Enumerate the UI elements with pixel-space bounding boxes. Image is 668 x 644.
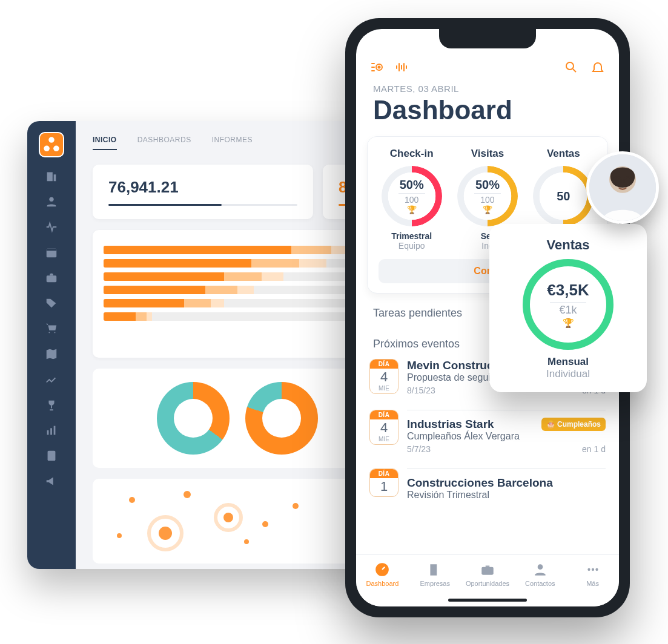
event-title: Industrias Stark xyxy=(407,418,494,431)
event-date: 8/15/23 xyxy=(407,386,435,395)
kpi-gauge: 50% 100🏆 xyxy=(382,166,442,226)
svg-rect-15 xyxy=(481,567,494,575)
tab-label: Oportunidades xyxy=(466,580,509,587)
kpi-period: Trimestral xyxy=(376,231,447,241)
tab-inicio[interactable]: INICIO xyxy=(93,136,117,150)
tracking-icon[interactable] xyxy=(369,59,385,75)
event-title: Construcciones Barcelona xyxy=(407,476,553,490)
popover-scope: Individual xyxy=(501,368,635,380)
kpi-label: Check-in xyxy=(376,148,447,160)
user-icon[interactable] xyxy=(45,195,58,208)
event-date: 5/7/23 xyxy=(407,444,431,454)
donut-chart-2 xyxy=(245,382,318,455)
tag-icon[interactable] xyxy=(45,297,58,310)
svg-point-19 xyxy=(595,568,598,571)
page-title: Dashboard xyxy=(356,95,619,125)
svg-rect-8 xyxy=(50,428,52,435)
tab-informes[interactable]: INFORMES xyxy=(212,136,253,150)
trophy-icon[interactable] xyxy=(45,398,58,412)
svg-point-3 xyxy=(49,197,53,202)
svg-point-13 xyxy=(566,62,574,70)
kpi-card-1: 76,941.21 xyxy=(93,165,313,219)
cart-icon[interactable] xyxy=(45,322,58,335)
user-icon xyxy=(532,561,549,578)
svg-point-17 xyxy=(587,568,590,571)
bar-chart-icon[interactable] xyxy=(45,424,58,437)
popover-period: Mensual xyxy=(501,356,635,368)
user-avatar xyxy=(586,151,659,224)
svg-point-18 xyxy=(591,568,594,571)
audio-wave-icon[interactable] xyxy=(394,59,409,75)
report-icon[interactable] xyxy=(45,449,58,462)
donut-panel xyxy=(93,369,383,468)
date-chip: DÍA 4 MIE xyxy=(369,359,398,394)
map-icon[interactable] xyxy=(45,347,58,361)
tab-label: Más xyxy=(586,580,599,587)
phone-notch xyxy=(439,29,536,48)
kpi-label: Visitas xyxy=(452,148,523,160)
donut-chart-1 xyxy=(157,382,230,455)
date-chip: DÍA 1 xyxy=(369,468,398,497)
svg-point-16 xyxy=(537,564,543,570)
bars-chart-panel xyxy=(93,230,383,358)
briefcase-icon xyxy=(479,561,496,578)
search-icon[interactable] xyxy=(563,59,579,75)
tab-oportunidades[interactable]: Oportunidades xyxy=(461,561,514,587)
kpi-value: 76,941.21 xyxy=(108,178,297,197)
kpi-check-in[interactable]: Check-in 50% 100🏆 Trimestral Equipo xyxy=(374,148,449,251)
date-chip: DÍA 4 MIE xyxy=(369,410,398,445)
event-item[interactable]: DÍA 1 Construcciones Barcelona Revisión … xyxy=(367,461,608,510)
tab-label: Dashboard xyxy=(366,580,398,587)
kpi-scope: Equipo xyxy=(376,241,447,251)
popover-gauge: €3,5K €1k 🏆 xyxy=(523,259,613,350)
svg-rect-9 xyxy=(54,426,56,435)
tab-empresas[interactable]: Empresas xyxy=(409,561,461,587)
kpi-gauge: 50 xyxy=(533,166,594,226)
date-line: MARTES, 03 ABRIL xyxy=(356,84,619,94)
building-icon xyxy=(426,561,443,578)
birthday-badge: 🎂 Cumpleaños xyxy=(541,418,606,431)
bell-icon[interactable] xyxy=(590,59,606,75)
tab-label: Contactos xyxy=(525,580,555,587)
tab-dashboard[interactable]: Dashboard xyxy=(356,561,409,587)
home-indicator xyxy=(448,599,527,602)
kpi-label: Ventas xyxy=(528,148,599,160)
calendar-icon[interactable] xyxy=(45,246,58,259)
activity-icon[interactable] xyxy=(45,220,58,234)
desktop-sidebar xyxy=(27,121,76,569)
svg-rect-7 xyxy=(47,430,49,435)
svg-rect-5 xyxy=(47,249,57,251)
svg-point-2 xyxy=(53,146,59,152)
popover-title: Ventas xyxy=(501,237,635,253)
tab-more[interactable]: Más xyxy=(566,561,619,587)
event-subtitle: Revisión Trimestral xyxy=(407,490,606,501)
gauge-icon xyxy=(374,561,391,578)
ventas-popover: Ventas €3,5K €1k 🏆 Mensual Individual xyxy=(489,224,647,392)
tab-dashboards[interactable]: DASHBOARDS xyxy=(137,136,191,150)
event-item[interactable]: DÍA 4 MIE Industrias Stark 🎂 Cumpleaños … xyxy=(367,402,608,461)
svg-point-1 xyxy=(44,146,50,152)
more-icon xyxy=(584,561,601,578)
event-relative: en 1 d xyxy=(582,444,606,454)
building-icon[interactable] xyxy=(45,169,58,183)
chart-line-icon[interactable] xyxy=(45,373,58,386)
svg-rect-10 xyxy=(48,451,56,461)
app-logo[interactable] xyxy=(39,132,64,157)
megaphone-icon[interactable] xyxy=(45,475,58,488)
briefcase-icon[interactable] xyxy=(45,271,58,284)
svg-point-0 xyxy=(48,137,55,143)
kpi-gauge: 50% 100🏆 xyxy=(457,166,518,226)
tab-contactos[interactable]: Contactos xyxy=(514,561,566,587)
svg-point-12 xyxy=(379,67,380,68)
event-subtitle: Cumpleaños Álex Vergara xyxy=(407,431,606,442)
svg-rect-6 xyxy=(47,275,57,282)
tab-label: Empresas xyxy=(420,580,450,587)
